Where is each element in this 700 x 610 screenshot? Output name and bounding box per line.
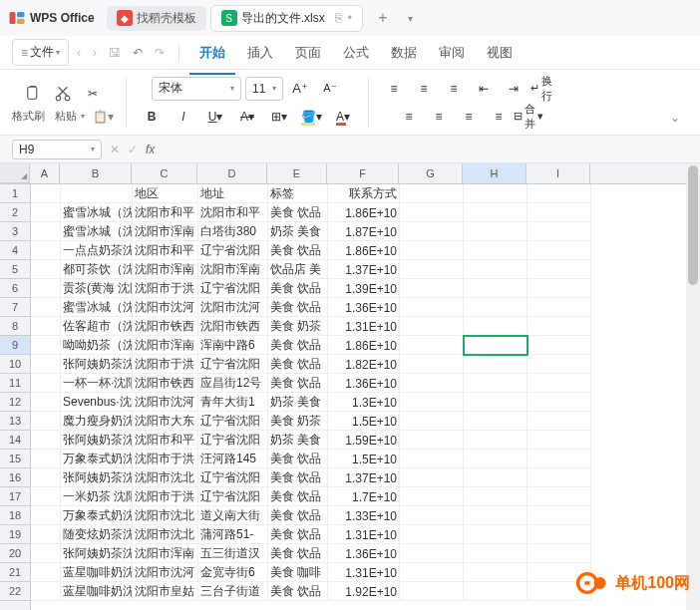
- cell[interactable]: 美食 饮品: [268, 355, 328, 374]
- cell[interactable]: 金宽寺街6: [198, 563, 268, 582]
- cell[interactable]: [527, 487, 591, 506]
- cell[interactable]: 1.31E+10: [328, 563, 400, 582]
- cell[interactable]: 辽宁省沈阳: [198, 468, 268, 487]
- row-header[interactable]: 5: [0, 260, 30, 279]
- row-header[interactable]: 1: [0, 184, 30, 203]
- cell[interactable]: [31, 506, 61, 525]
- cell[interactable]: 贡茶(黄海 沈阳市于洪: [61, 279, 133, 298]
- cell[interactable]: 沈阳市和平: [133, 431, 198, 450]
- tab-add-button[interactable]: +: [371, 6, 395, 30]
- cell[interactable]: 沈阳市铁西: [198, 317, 268, 336]
- col-header-E[interactable]: E: [267, 163, 327, 183]
- cell[interactable]: [400, 374, 464, 393]
- cell[interactable]: [31, 525, 61, 544]
- tab-template[interactable]: ◆ 找稻壳模板: [107, 6, 206, 31]
- cell[interactable]: [31, 544, 61, 563]
- cell[interactable]: 万象泰式奶沈阳市于洪: [61, 450, 133, 468]
- cell[interactable]: 蜜雪冰城（沈阳市浑南: [61, 222, 133, 241]
- fill-color-button[interactable]: 🪣▾: [298, 104, 324, 130]
- undo-icon[interactable]: ↶: [129, 46, 147, 60]
- cell[interactable]: [31, 431, 61, 450]
- cell[interactable]: 沈阳市和平: [133, 203, 198, 222]
- cell[interactable]: 应昌街12号: [198, 374, 268, 393]
- cell[interactable]: 辽宁省沈阳: [198, 431, 268, 450]
- cell[interactable]: [527, 355, 591, 374]
- cell[interactable]: [400, 506, 464, 525]
- formula-input[interactable]: [163, 140, 688, 159]
- cell[interactable]: 美食 饮品: [268, 525, 328, 544]
- cell[interactable]: 1.36E+10: [328, 374, 400, 393]
- cell[interactable]: [31, 279, 61, 298]
- next-icon[interactable]: ›: [89, 46, 101, 60]
- indent-decrease-button[interactable]: ⇤: [471, 76, 497, 102]
- cell[interactable]: [527, 184, 591, 203]
- cell[interactable]: 沈阳市和平: [198, 203, 268, 222]
- cell[interactable]: 美食 饮品: [268, 487, 328, 506]
- cell[interactable]: [527, 525, 591, 544]
- cell[interactable]: [31, 222, 61, 241]
- font-size-select[interactable]: 11 ▾: [245, 77, 283, 101]
- cell[interactable]: 1.31E+10: [328, 317, 400, 336]
- cell[interactable]: 沈阳市浑南: [133, 260, 198, 279]
- cell[interactable]: 蒲河路51-: [198, 525, 268, 544]
- cell[interactable]: [400, 203, 464, 222]
- row-header[interactable]: 10: [0, 355, 30, 374]
- format-painter-label[interactable]: 格式刷: [12, 109, 45, 124]
- row-header[interactable]: 3: [0, 222, 30, 241]
- cell[interactable]: 沈阳市于洪: [133, 450, 198, 468]
- cell[interactable]: 沈阳市浑南: [133, 336, 198, 355]
- cell[interactable]: [31, 184, 61, 203]
- font-name-select[interactable]: 宋体 ▾: [152, 77, 241, 101]
- cell[interactable]: [464, 393, 527, 412]
- menu-tab-数据[interactable]: 数据: [381, 40, 427, 66]
- indent-increase-button[interactable]: ⇥: [501, 76, 526, 102]
- cell[interactable]: [527, 412, 591, 431]
- cell[interactable]: [464, 431, 527, 450]
- cell[interactable]: [464, 336, 527, 355]
- cell[interactable]: 1.92E+10: [328, 582, 400, 601]
- tab-list-button[interactable]: ▾: [399, 6, 423, 30]
- save-icon[interactable]: 🖫: [105, 46, 125, 60]
- redo-icon[interactable]: ↷: [151, 46, 169, 60]
- cell[interactable]: [527, 279, 591, 298]
- file-menu-button[interactable]: ≡ 文件 ▾: [12, 39, 69, 66]
- border-button[interactable]: ⊞▾: [266, 104, 292, 130]
- cell[interactable]: [400, 412, 464, 431]
- row-header[interactable]: 14: [0, 431, 30, 450]
- cell[interactable]: 沈阳市大东: [133, 412, 198, 431]
- cell[interactable]: [464, 298, 527, 317]
- cell[interactable]: 魔力瘦身奶沈阳市大东: [61, 412, 133, 431]
- cell[interactable]: Sevenbus·沈阳市沈河: [61, 393, 133, 412]
- row-header[interactable]: 20: [0, 544, 30, 563]
- cell[interactable]: 辽宁省沈阳: [198, 279, 268, 298]
- cut-button[interactable]: [50, 81, 76, 107]
- cell[interactable]: 沈阳市于洪: [133, 355, 198, 374]
- cell[interactable]: 美食 饮品: [268, 336, 328, 355]
- cell[interactable]: 辽宁省沈阳: [198, 487, 268, 506]
- cell[interactable]: 沈阳市沈北: [133, 468, 198, 487]
- increase-font-button[interactable]: A⁺: [287, 76, 313, 102]
- cell[interactable]: 1.82E+10: [328, 355, 400, 374]
- cell[interactable]: [464, 450, 527, 468]
- cell[interactable]: [31, 487, 61, 506]
- cell[interactable]: [31, 241, 61, 260]
- cell[interactable]: [527, 393, 591, 412]
- cell[interactable]: [400, 563, 464, 582]
- cell[interactable]: 1.37E+10: [328, 468, 400, 487]
- cell[interactable]: 沈阳市沈北: [133, 525, 198, 544]
- cell[interactable]: 美食 奶茶: [268, 412, 328, 431]
- cell[interactable]: 饮品店 美: [268, 260, 328, 279]
- menu-tab-页面[interactable]: 页面: [285, 40, 331, 66]
- cell[interactable]: 沈阳市沈河: [133, 298, 198, 317]
- cell[interactable]: 1.59E+10: [328, 431, 400, 450]
- cell[interactable]: 青年大街1: [198, 393, 268, 412]
- copy-button[interactable]: [20, 81, 46, 107]
- cell[interactable]: 1.86E+10: [328, 241, 400, 260]
- cell[interactable]: 沈阳市浑南: [198, 260, 268, 279]
- cell[interactable]: [464, 374, 527, 393]
- row-header[interactable]: 21: [0, 563, 30, 582]
- cell[interactable]: [31, 374, 61, 393]
- cell[interactable]: 1.5E+10: [328, 412, 400, 431]
- cell[interactable]: [464, 563, 527, 582]
- cell[interactable]: [464, 203, 527, 222]
